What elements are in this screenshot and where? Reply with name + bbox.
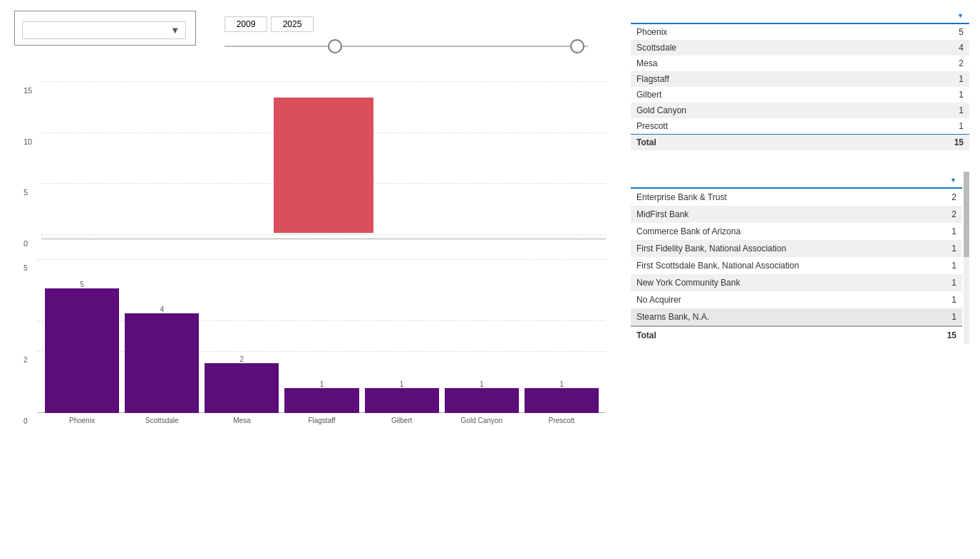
inst-cell-count: 2 [927,206,962,223]
sort-icon-inst[interactable]: ▼ [950,177,956,184]
y-tick-5: 5 [24,188,28,197]
inst-cell-name: Commerce Bank of Arizona [631,223,927,240]
inst-cell-count: 1 [927,223,962,240]
city-table-row: Scottsdale4 [631,40,969,56]
inst-cell-name: First Fidelity Bank, National Associatio… [631,240,927,257]
state-x-axis-line [41,239,606,253]
time-range-slider[interactable] [225,39,588,53]
y-tick-15: 15 [24,86,32,95]
inst-cell-name: Stearns Bank, N.A. [631,308,927,326]
city-cell-count: 1 [883,87,969,103]
city-bar-rect-phoenix [45,288,119,413]
inst-table-row: Commerce Bank of Arizona1 [631,223,962,240]
city-cell-name: Prescott [631,118,883,135]
inst-table: ▼ Enterprise Bank & Trust2MidFirst Bank2… [631,172,962,344]
city-cell-count: 1 [883,103,969,118]
city-bar-gilbert: 1 [365,380,439,413]
city-cell-name: Gold Canyon [631,103,883,118]
city-x-label-flagstaff: Flagstaff [284,417,359,424]
city-bar-rect-gilbert [365,388,439,413]
city-y-tick-2: 2 [24,356,28,364]
y-tick-0: 0 [24,239,28,248]
sort-icon-city[interactable]: ▼ [957,12,964,19]
city-table-col1 [631,7,883,23]
inst-scrollbar-thumb[interactable] [964,172,969,257]
inst-table-row: Enterprise Bank & Trust2 [631,188,962,206]
inst-table-col2: ▼ [927,172,962,188]
city-cell-name: Mesa [631,56,883,71]
inst-cell-count: 1 [927,291,962,308]
city-chart-outer: 5 2 0 5 [14,260,606,438]
city-bar-label-scottsdale: 4 [160,305,164,313]
filter-state-box: ▼ [14,11,196,46]
state-dropdown[interactable]: ▼ [22,21,186,39]
slider-handle-right[interactable] [570,39,584,53]
time-end-input[interactable] [271,16,314,32]
city-bar-label-mesa: 2 [240,355,244,363]
filter-time-box [225,11,606,53]
city-cell-count: 4 [883,40,969,56]
inst-cell-name: New York Community Bank [631,274,927,291]
city-bar-label-flagstaff: 1 [320,380,324,388]
city-bar-mesa: 2 [205,355,279,413]
city-cell-name: Phoenix [631,23,883,40]
city-table: ▼ Phoenix5Scottsdale4Mesa2Flagstaff1Gilb… [631,7,969,150]
time-start-input[interactable] [225,16,267,32]
chevron-down-icon: ▼ [170,25,180,36]
inst-table-row: First Scottsdale Bank, National Associat… [631,257,962,274]
time-inputs [225,16,606,32]
city-bar-phoenix: 5 [45,281,119,413]
city-table-row: Gold Canyon1 [631,103,969,118]
inst-cell-name: No Acquirer [631,291,927,308]
city-x-labels: Phoenix Scottsdale Mesa Flagstaff Gilber… [38,417,606,438]
city-table-col2: ▼ [883,7,969,23]
inst-cell-count: 1 [927,257,962,274]
inst-table-row: No Acquirer1 [631,291,962,308]
city-bar-prescott: 1 [525,380,599,413]
inst-total-count: 15 [927,326,962,344]
inst-total-label: Total [631,326,927,344]
city-bar-label-phoenix: 5 [80,281,84,288]
city-bar-rect-goldcanyon [445,388,519,413]
city-table-row: Phoenix5 [631,23,969,40]
city-y-tick-0: 0 [24,417,28,425]
city-total-count: 15 [883,135,969,151]
city-bar-label-goldcanyon: 1 [480,380,484,388]
city-x-label-goldcanyon: Gold Canyon [445,417,519,424]
y-tick-10: 10 [24,137,32,146]
city-total-label: Total [631,135,883,151]
city-bar-label-gilbert: 1 [400,380,404,388]
city-table-total-row: Total15 [631,135,969,151]
city-x-label-scottsdale: Scottsdale [125,417,199,424]
filters-row: ▼ [14,11,606,53]
city-table-row: Prescott1 [631,118,969,135]
left-panel: ▼ [0,0,620,559]
city-cell-count: 5 [883,23,969,40]
city-bar-rect-prescott [525,388,599,413]
inst-cell-name: MidFirst Bank [631,206,927,223]
city-bar-rect-flagstaff [284,388,359,413]
slider-track [225,46,588,47]
inst-table-row: New York Community Bank1 [631,274,962,291]
city-bars: 5 4 2 [38,260,606,413]
state-bar-wrap [274,96,373,235]
state-bar [274,98,373,233]
state-section: 15 10 5 0 [14,68,606,253]
inst-cell-count: 1 [927,274,962,291]
slider-handle-left[interactable] [328,39,342,53]
inst-cell-name: First Scottsdale Bank, National Associat… [631,257,927,274]
city-x-label-phoenix: Phoenix [45,417,119,424]
state-chart: 15 10 5 0 [20,82,606,253]
city-table-row: Mesa2 [631,56,969,71]
city-bar-flagstaff: 1 [284,380,359,413]
state-chart-area: 15 10 5 0 [14,68,606,253]
city-y-tick-5: 5 [24,264,28,272]
city-chart-inner: 5 2 0 5 [20,260,606,438]
city-table-row: Flagstaff1 [631,71,969,87]
city-section: 5 2 0 5 [14,260,606,438]
state-bar-container [41,82,606,235]
inst-cell-count: 1 [927,308,962,326]
city-bar-rect-mesa [205,363,279,413]
inst-scrollbar[interactable] [964,172,969,344]
city-table-row: Gilbert1 [631,87,969,103]
